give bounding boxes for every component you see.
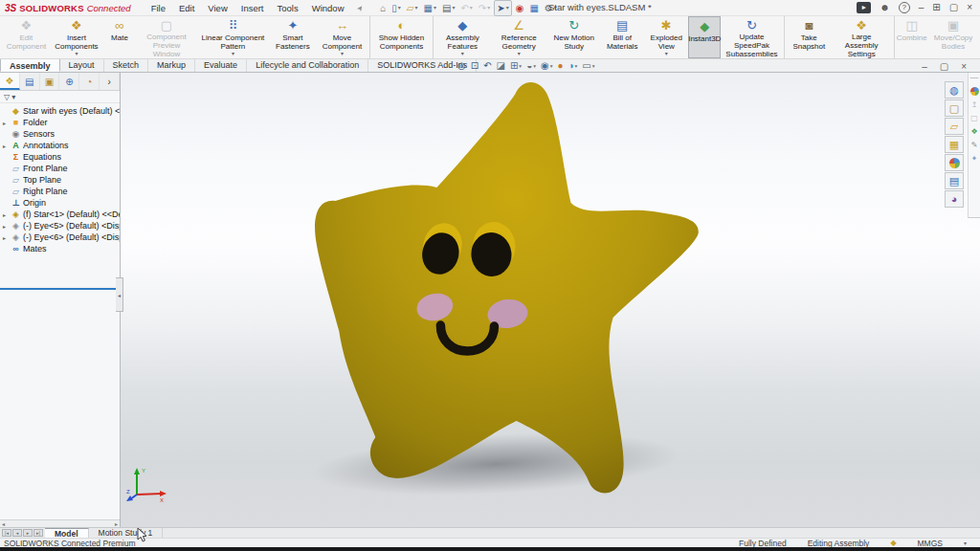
window-minimize-icon[interactable]: – xyxy=(919,1,924,14)
ribbon-move-component[interactable]: ↔ Move Component ▾ xyxy=(317,16,368,58)
menu-window[interactable]: Window xyxy=(305,2,351,14)
menu-view[interactable]: View xyxy=(201,2,234,14)
panel-tab-overflow[interactable]: › xyxy=(100,73,120,90)
ribbon-mate[interactable]: ∞ Mate xyxy=(103,16,136,58)
panel-horizontal-scrollbar[interactable]: ◂ ▸ xyxy=(0,519,120,527)
options-table-icon[interactable]: ▦ xyxy=(527,1,540,15)
modeltab-scroll-prev[interactable]: ◂ xyxy=(12,529,22,537)
lifecycle-icon[interactable]: ❖ xyxy=(970,127,977,136)
tab-evaluate[interactable]: Evaluate xyxy=(195,58,247,72)
tree-item-root-assembly[interactable]: ◆ Star with eyes (Default) <Display Stat… xyxy=(0,105,120,117)
tab-assembly[interactable]: Assembly xyxy=(0,58,60,72)
propertymanager-tab[interactable]: ▤ xyxy=(20,73,40,90)
tab-motion-study-1[interactable]: Motion Study 1 xyxy=(89,528,164,538)
taskpane-scenes-tab[interactable]: ◕ xyxy=(945,190,964,208)
panel-splitter-handle[interactable]: ◂ xyxy=(116,277,123,312)
ribbon-bill-of-materials[interactable]: ▤ Bill of Materials xyxy=(600,16,645,58)
redo-icon[interactable]: ↷▾ xyxy=(477,1,492,15)
units-dropdown-caret[interactable]: ▾ xyxy=(964,540,967,546)
ribbon-take-snapshot[interactable]: ◙ Take Snapshot xyxy=(784,16,831,58)
tree-expander-icon[interactable]: ▸ xyxy=(3,234,11,241)
tree-item-right-plane[interactable]: ▱ Right Plane xyxy=(0,186,120,197)
ribbon-combine[interactable]: ◫ Combine xyxy=(894,16,926,58)
new-document-icon[interactable]: ▯▾ xyxy=(390,1,403,15)
tree-item-eye6-part[interactable]: ▸ ◈ (-) Eye<6> (Default) <Display Stat xyxy=(0,231,120,243)
markup-pen-icon[interactable]: ✎ xyxy=(971,141,978,149)
view-orientation-icon[interactable]: ⊞▾ xyxy=(510,60,522,72)
ribbon-smart-fasteners[interactable]: ✦ Smart Fasteners xyxy=(269,16,317,58)
doc-restore-icon[interactable]: ▢ xyxy=(940,61,948,72)
menu-insert[interactable]: Insert xyxy=(234,2,271,14)
tree-expander-icon[interactable]: ▸ xyxy=(3,120,11,126)
ribbon-show-hidden-components[interactable]: ◐ Show Hidden Components xyxy=(369,16,431,58)
ribbon-instant3d[interactable]: ◆ Instant3D xyxy=(688,16,721,58)
account-icon[interactable]: ☻ xyxy=(880,1,890,14)
menu-tools[interactable]: Tools xyxy=(271,2,305,14)
filter-caret-icon[interactable]: ▾ xyxy=(11,93,15,101)
tree-item-eye5-part[interactable]: ▸ ◈ (-) Eye<5> (Default) <Display Stat xyxy=(0,220,120,231)
taskpane-marketplace-tab[interactable]: ▢ xyxy=(945,99,964,117)
featuremanager-tree-tab[interactable]: ❖ xyxy=(0,73,20,90)
zoom-to-area-icon[interactable]: ⊡ xyxy=(471,60,479,72)
displaymanager-tab[interactable]: ◔ xyxy=(79,73,100,90)
dimxpertmanager-tab[interactable]: ⊕ xyxy=(59,73,79,90)
tree-item-sensors[interactable]: ◉ Sensors xyxy=(0,128,120,140)
tree-filter-row[interactable]: ▽ ▾ xyxy=(0,91,120,103)
tree-item-equations[interactable]: Σ Equations xyxy=(0,151,120,163)
tab-layout[interactable]: Layout xyxy=(60,58,104,72)
ribbon-edit-component[interactable]: ❖ Edit Component xyxy=(3,16,50,58)
tree-item-origin[interactable]: ⊥ Origin xyxy=(0,197,120,209)
configurationmanager-tab[interactable]: ▣ xyxy=(40,73,60,90)
ribbon-new-motion-study[interactable]: ↻ New Motion Study xyxy=(548,16,600,58)
ribbon-component-preview-window[interactable]: ▢ Component Preview Window xyxy=(136,16,197,58)
search-launcher-icon[interactable]: ▸ xyxy=(857,2,871,13)
ribbon-linear-component-pattern[interactable]: ⠿ Linear Component Pattern ▾ xyxy=(197,16,269,58)
ribbon-reference-geometry[interactable]: ∠ Reference Geometry ▾ xyxy=(490,16,548,58)
ribbon-large-assembly-settings[interactable]: ❖ Large Assembly Settings xyxy=(831,16,892,58)
print-icon[interactable]: ▤▾ xyxy=(440,1,457,15)
modeltab-scroll-next[interactable]: ▸ xyxy=(23,529,33,537)
tree-expander-icon[interactable]: ▸ xyxy=(3,223,11,230)
select-arrow-icon[interactable]: ➤▾ xyxy=(494,0,511,16)
menu-edit[interactable]: Edit xyxy=(172,2,201,14)
scroll-right-icon[interactable]: ▸ xyxy=(115,520,118,527)
ribbon-exploded-view[interactable]: ✱ Exploded View ▾ xyxy=(644,16,688,58)
doc-close-icon[interactable]: × xyxy=(961,61,967,72)
previous-view-icon[interactable]: ↶ xyxy=(483,60,491,72)
units-label[interactable]: MMGS xyxy=(918,539,943,548)
open-icon[interactable]: ▱▾ xyxy=(405,1,420,15)
edge-drag-handle[interactable]: ┄┄ xyxy=(970,74,978,82)
window-close-icon[interactable]: × xyxy=(967,1,972,14)
star-model-body[interactable] xyxy=(315,82,699,493)
doc-minimize-icon[interactable]: – xyxy=(922,61,927,72)
pin-menubar-icon[interactable]: ➤ xyxy=(354,3,365,13)
performance-pipeline-icon[interactable]: ◉ xyxy=(514,1,526,15)
tab-markup[interactable]: Markup xyxy=(148,58,195,72)
display-style-icon[interactable]: ◒▾ xyxy=(526,60,536,72)
scroll-left-icon[interactable]: ◂ xyxy=(2,520,5,527)
edit-appearance-icon[interactable]: ● xyxy=(557,60,563,72)
taskpane-appearances-tab[interactable] xyxy=(945,154,964,171)
taskpane-custom-properties-tab[interactable]: ▤ xyxy=(945,172,964,189)
tree-item-mates[interactable]: ∞ Mates xyxy=(0,243,120,254)
taskpane-design-library-tab[interactable]: ▦ xyxy=(945,136,964,153)
tree-item-front-plane[interactable]: ▱ Front Plane xyxy=(0,163,120,174)
compass-icon[interactable] xyxy=(970,87,979,96)
home-icon[interactable]: ⌂ xyxy=(378,1,388,15)
center-target-icon[interactable]: ⌖ xyxy=(972,154,977,163)
undo-icon[interactable]: ↶▾ xyxy=(458,1,474,15)
graphics-area[interactable] xyxy=(121,73,980,527)
ribbon-assembly-features[interactable]: ◆ Assembly Features ▾ xyxy=(433,16,490,58)
apply-scene-icon[interactable]: ◑▾ xyxy=(568,60,577,72)
status-tag-icon[interactable]: ◆ xyxy=(890,539,896,547)
window-tile-icon[interactable]: ⊞ xyxy=(932,1,940,14)
tab-lifecycle-collaboration[interactable]: Lifecycle and Collaboration xyxy=(247,58,368,72)
share-icon[interactable]: ↥ xyxy=(971,100,978,109)
filter-funnel-icon[interactable]: ▽ xyxy=(4,93,10,101)
ribbon-insert-components[interactable]: ❖ Insert Components ▾ xyxy=(50,16,103,58)
window-restore-icon[interactable]: ▢ xyxy=(949,1,958,14)
taskpane-file-explorer-tab[interactable]: ▱ xyxy=(945,118,964,135)
tree-item-top-plane[interactable]: ▱ Top Plane xyxy=(0,174,120,186)
ribbon-update-speedpak[interactable]: ↻ Update SpeedPak Subassemblies xyxy=(721,16,782,58)
menu-file[interactable]: File xyxy=(145,2,172,14)
